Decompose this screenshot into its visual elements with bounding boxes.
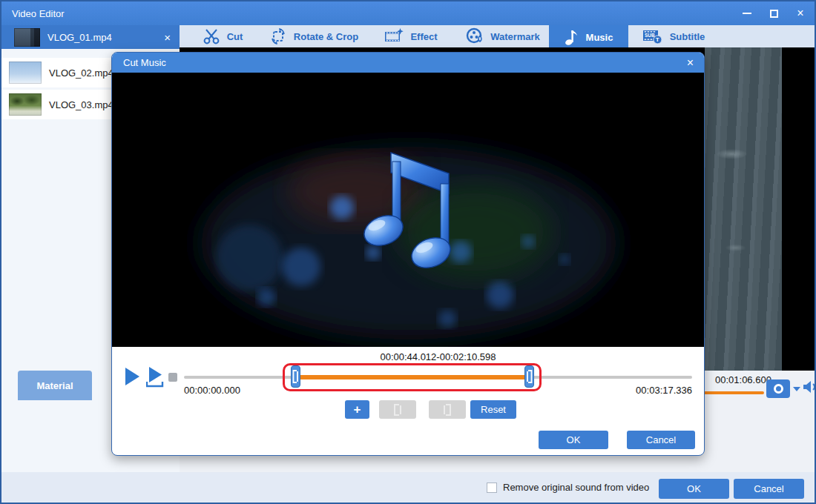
dialog-titlebar: Cut Music × <box>112 53 704 73</box>
snapshot-button[interactable] <box>766 379 790 398</box>
material-tab-label: Material <box>36 380 73 391</box>
tab-music[interactable]: Music <box>549 25 628 49</box>
scissors-icon <box>203 28 220 44</box>
tab-label: Watermark <box>490 31 540 42</box>
playlist-item-label: VLOG_03.mp4 <box>49 99 113 110</box>
minimize-icon <box>743 13 751 14</box>
video-thumbnail <box>14 28 40 47</box>
material-tab[interactable]: Material <box>18 371 92 400</box>
tab-label: Effect <box>410 31 437 42</box>
watermark-icon <box>466 27 484 45</box>
playlist-item-label: VLOG_01.mp4 <box>47 32 112 43</box>
svg-text:SUB: SUB <box>645 33 655 38</box>
start-bracket-icon <box>292 370 299 383</box>
tab-subtitle[interactable]: SUB T Subtitle <box>628 25 719 47</box>
dialog-cancel-button[interactable]: Cancel <box>627 431 695 449</box>
subtitle-icon: SUB T <box>642 27 663 45</box>
music-note-artwork <box>112 73 704 347</box>
play-icon <box>124 367 140 386</box>
maximize-icon <box>770 10 778 18</box>
video-thumbnail <box>9 62 42 84</box>
end-bracket-icon <box>526 370 533 383</box>
set-end-button-disabled[interactable] <box>429 400 466 419</box>
tab-label: Music <box>586 32 613 43</box>
playlist-item-vlog01-selected[interactable]: VLOG_01.mp4 × <box>1 25 180 49</box>
play-selection-button[interactable] <box>146 367 164 391</box>
tab-watermark[interactable]: Watermark <box>454 25 552 47</box>
close-icon: × <box>797 7 803 19</box>
svg-text:T: T <box>655 36 659 43</box>
cut-music-dialog: Cut Music × <box>111 52 705 456</box>
selected-segment[interactable] <box>295 375 529 379</box>
main-cancel-button[interactable]: Cancel <box>734 479 804 499</box>
video-frame <box>705 47 782 371</box>
window-title: Video Editor <box>1 8 65 19</box>
music-preview-area <box>112 73 704 347</box>
preview-current-time: 00:01:06.600 <box>715 374 771 385</box>
dialog-ok-button[interactable]: OK <box>539 431 608 449</box>
dialog-title: Cut Music <box>112 57 166 68</box>
volume-button[interactable] <box>803 379 816 397</box>
close-button[interactable]: × <box>792 5 809 21</box>
camera-icon <box>774 384 783 394</box>
tab-rotate-crop[interactable]: Rotate & Crop <box>260 25 368 47</box>
play-selection-icon <box>146 367 164 388</box>
maximize-button[interactable] <box>766 5 782 21</box>
window-controls: × <box>739 1 809 25</box>
titlebar: Video Editor × <box>1 1 815 25</box>
app-window: Video Editor × VLOG_01.mp4 × Cut <box>0 0 816 504</box>
tab-label: Subtitle <box>670 31 705 42</box>
selection-range-label: 00:00:44.012-00:02:10.598 <box>184 351 692 362</box>
start-marker-icon <box>393 404 402 416</box>
playlist-item-label: VLOG_02.mp4 <box>49 67 113 79</box>
footer-bar: Remove original sound from video OK Canc… <box>1 472 815 503</box>
music-note-icon <box>565 28 579 46</box>
dialog-close-icon[interactable]: × <box>687 56 694 70</box>
stop-button[interactable] <box>168 373 177 382</box>
main-ok-button[interactable]: OK <box>659 479 729 499</box>
tab-cut[interactable]: Cut <box>185 25 260 47</box>
remove-sound-checkbox[interactable] <box>487 483 497 493</box>
tab-effect[interactable]: Effect <box>368 25 454 47</box>
ribbon-tabbar: Cut Rotate & Crop Effect <box>180 25 816 47</box>
speaker-icon <box>803 379 816 394</box>
snapshot-dropdown-icon[interactable] <box>793 387 800 391</box>
remove-sound-label: Remove original sound from video <box>503 482 649 493</box>
rotate-crop-icon <box>269 28 287 44</box>
reset-button[interactable]: Reset <box>470 400 516 419</box>
play-button[interactable] <box>124 367 140 389</box>
close-file-icon[interactable]: × <box>164 31 171 44</box>
minimize-button[interactable] <box>739 5 755 21</box>
tab-label: Rotate & Crop <box>294 31 358 42</box>
add-segment-button[interactable]: + <box>345 400 369 419</box>
tab-label: Cut <box>227 31 243 42</box>
music-timeline-track[interactable] <box>184 376 692 379</box>
effect-icon <box>384 28 404 44</box>
end-marker-icon <box>443 404 452 416</box>
video-thumbnail <box>9 93 42 116</box>
set-start-button-disabled[interactable] <box>379 400 416 419</box>
timeline-end-time: 00:03:17.336 <box>184 385 692 396</box>
